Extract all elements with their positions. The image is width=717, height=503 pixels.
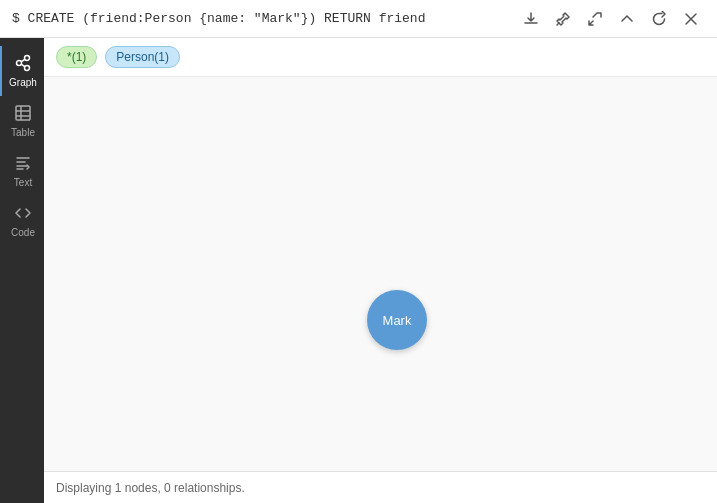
up-button[interactable]: [613, 5, 641, 33]
tag-bar: *(1) Person(1): [44, 38, 717, 77]
expand-button[interactable]: [581, 5, 609, 33]
svg-rect-5: [16, 106, 30, 120]
code-icon: [14, 204, 32, 225]
top-bar: $ CREATE (friend:Person {name: "Mark"}) …: [0, 0, 717, 38]
sidebar-code-label: Code: [11, 228, 35, 238]
status-text: Displaying 1 nodes, 0 relationships.: [56, 481, 245, 495]
top-bar-icons: [517, 5, 705, 33]
status-bar: Displaying 1 nodes, 0 relationships.: [44, 471, 717, 503]
download-icon: [523, 11, 539, 27]
content-panel: *(1) Person(1) Mark Displaying 1 nodes, …: [44, 38, 717, 503]
text-icon: [14, 154, 32, 175]
pin-icon: [555, 11, 571, 27]
tag-all[interactable]: *(1): [56, 46, 97, 68]
tag-person[interactable]: Person(1): [105, 46, 180, 68]
sidebar-item-graph[interactable]: Graph: [0, 46, 44, 96]
close-icon: [683, 11, 699, 27]
expand-icon: [587, 11, 603, 27]
main-area: Graph Table Text: [0, 38, 717, 503]
sidebar: Graph Table Text: [0, 38, 44, 503]
graph-node-mark[interactable]: Mark: [367, 290, 427, 350]
close-button[interactable]: [677, 5, 705, 33]
refresh-button[interactable]: [645, 5, 673, 33]
graph-icon: [14, 54, 32, 75]
query-text: $ CREATE (friend:Person {name: "Mark"}) …: [12, 11, 425, 26]
sidebar-table-label: Table: [11, 128, 35, 138]
chevron-up-icon: [619, 11, 635, 27]
sidebar-item-text[interactable]: Text: [0, 146, 44, 196]
graph-area[interactable]: Mark: [44, 77, 717, 471]
sidebar-item-table[interactable]: Table: [0, 96, 44, 146]
svg-point-0: [17, 61, 22, 66]
pin-button[interactable]: [549, 5, 577, 33]
node-label: Mark: [383, 313, 412, 328]
table-icon: [14, 104, 32, 125]
download-button[interactable]: [517, 5, 545, 33]
svg-line-3: [21, 59, 25, 62]
sidebar-item-code[interactable]: Code: [0, 196, 44, 246]
refresh-icon: [651, 11, 667, 27]
sidebar-graph-label: Graph: [9, 78, 37, 88]
sidebar-text-label: Text: [14, 178, 32, 188]
svg-line-4: [21, 64, 25, 67]
